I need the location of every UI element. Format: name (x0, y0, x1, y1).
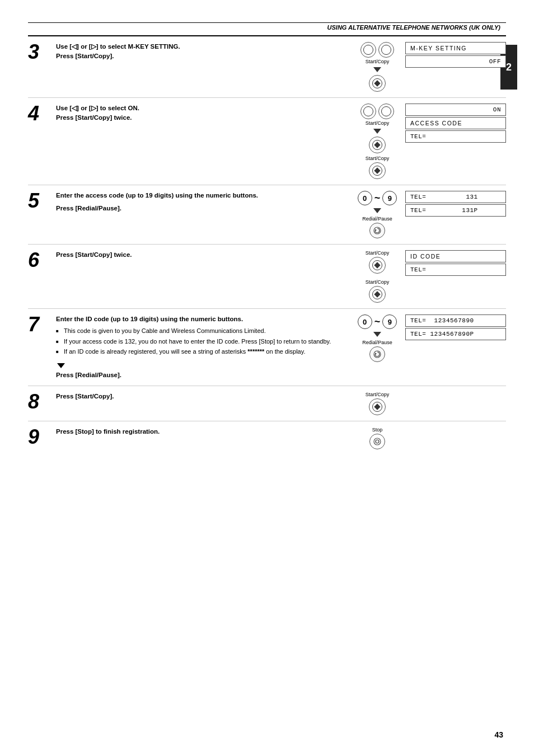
header-rule (28, 22, 506, 23)
startcopy-btn-4a[interactable] (369, 137, 386, 153)
step-3-main: Use [◁] or [▷] to select M-KEY SETTING. (56, 42, 344, 51)
step-8-main: Press [Start/Copy]. (56, 392, 344, 401)
step-7-text: Enter the ID code (up to 19 digits) usin… (56, 314, 349, 380)
display-access-code: ACCESS CODE (405, 117, 506, 129)
step-7-number: 7 (28, 314, 56, 335)
num-nine-7: 9 (382, 314, 397, 329)
arrow-down-3 (373, 67, 381, 72)
mkey-btn-1[interactable] (360, 42, 376, 58)
display-mkey-setting: M-KEY SETTING (405, 42, 506, 54)
display-tel-131: TEL= 131 (405, 191, 506, 203)
step-4-main: Use [◁] or [▷] to select ON. (56, 104, 344, 113)
startcopy-label-4a: Start/Copy (366, 120, 390, 126)
startcopy-diamond-4b (374, 167, 380, 173)
mkey-circle-4-1 (360, 104, 376, 119)
startcopy-circle-3 (369, 75, 386, 92)
step-3-sub: Press [Start/Copy]. (56, 51, 344, 61)
display-off: OFF (405, 55, 506, 68)
startcopy-diamond-4a (374, 142, 380, 148)
step-3-icons: Start/Copy (349, 42, 405, 92)
step-6-row: 6 Press [Start/Copy] twice. Start/Copy S… (28, 245, 506, 309)
startcopy-circle-4a (369, 137, 386, 153)
startcopy-label-3: Start/Copy (366, 59, 390, 64)
step-5-row: 5 Enter the access code (up to 19 digits… (28, 185, 506, 245)
startcopy-btn-8[interactable] (369, 398, 386, 415)
step-9-row: 9 Press [Stop] to finish registration. S… (28, 421, 506, 455)
step-5-displays: TEL= 131 TEL= 131P (405, 191, 506, 217)
bullet-7-3: If an ID code is already registered, you… (56, 347, 344, 356)
display-tel-digitsp: TEL= 1234567890P (405, 328, 506, 340)
mkey-btn-4-1[interactable] (360, 104, 376, 119)
mkey-inner-2 (381, 45, 391, 55)
redial-icon-5 (373, 227, 381, 234)
startcopy-inner-4a (372, 140, 382, 150)
step-3-number: 3 (28, 42, 56, 62)
step-5-main: Enter the access code (up to 19 digits) … (56, 191, 344, 200)
step-9-icons: Stop (349, 427, 405, 449)
redial-btn-5[interactable] (369, 223, 385, 238)
bullet-7-2: If your access code is 132, you do not h… (56, 337, 344, 346)
startcopy-diamond-6b (374, 291, 380, 297)
step-3-displays: M-KEY SETTING OFF (405, 42, 506, 68)
startcopy-btn-3[interactable] (369, 75, 386, 92)
startcopy-diamond-3 (374, 80, 380, 86)
step-4-number: 4 (28, 104, 56, 124)
startcopy-inner-8 (372, 402, 382, 412)
step-7-displays: TEL= 1234567890 TEL= 1234567890P (405, 314, 506, 340)
arrow-down-5 (373, 208, 381, 213)
display-id-code: ID CODE (405, 250, 506, 262)
display-tel-blank-6: TEL= (405, 264, 506, 276)
step-3-row: 3 Use [◁] or [▷] to select M-KEY SETTING… (28, 36, 506, 98)
startcopy-btn-6a[interactable] (369, 257, 386, 274)
mkey-btn-2[interactable] (378, 42, 394, 58)
steps-area: 3 Use [◁] or [▷] to select M-KEY SETTING… (28, 36, 506, 455)
step-3-text: Use [◁] or [▷] to select M-KEY SETTING. … (56, 42, 349, 62)
startcopy-diamond-6a (374, 262, 380, 268)
step-7-main: Enter the ID code (up to 19 digits) usin… (56, 314, 344, 324)
step-7-icons: 0 ~ 9 Redial/Pause (349, 314, 405, 362)
mkey-circle-4-2 (378, 104, 394, 119)
mkey-circle-2 (378, 42, 394, 58)
startcopy-label-4b: Start/Copy (366, 156, 390, 161)
svg-point-5 (376, 440, 379, 443)
step-5-text: Enter the access code (up to 19 digits) … (56, 191, 349, 214)
svg-marker-3 (375, 353, 377, 355)
num-zero: 0 (358, 191, 372, 205)
redial-circle-7 (369, 346, 385, 362)
startcopy-label-6b: Start/Copy (366, 279, 390, 285)
redial-btn-7[interactable] (369, 346, 385, 362)
step-5-sub: Press [Redial/Pause]. (56, 204, 344, 213)
svg-marker-1 (375, 229, 377, 232)
numeric-range-7: 0 ~ 9 (358, 314, 397, 329)
display-tel-digits: TEL= 1234567890 (405, 314, 506, 327)
redial-label-5: Redial/Pause (362, 216, 392, 222)
startcopy-diamond-8 (374, 403, 380, 410)
startcopy-circle-6b (369, 286, 386, 303)
step-7-text-arrow (57, 363, 65, 368)
mkey-inner-4-1 (363, 106, 373, 116)
startcopy-circle-6a (369, 257, 386, 274)
startcopy-btn-4b[interactable] (369, 162, 386, 179)
mkey-circle-1 (360, 42, 376, 58)
display-on: ON (405, 104, 506, 116)
display-tel-131p: TEL= 131P (405, 204, 506, 217)
stop-circle-9 (369, 434, 385, 449)
step-8-icons: Start/Copy (349, 392, 405, 415)
page-number: 43 (494, 730, 503, 739)
mkey-btn-4-2[interactable] (378, 104, 394, 119)
step-4-sub: Press [Start/Copy] twice. (56, 113, 344, 123)
redial-circle-5 (369, 223, 385, 238)
stop-label-9: Stop (372, 427, 383, 433)
arrow-down-4a (373, 129, 381, 134)
redial-label-7: Redial/Pause (362, 340, 392, 345)
mkey-inner-4-2 (381, 106, 391, 116)
stop-btn-9[interactable] (369, 434, 385, 449)
arrow-down-7 (373, 332, 381, 337)
redial-icon-7 (373, 350, 381, 358)
mkey-inner-1 (363, 45, 373, 55)
startcopy-circle-4b (369, 162, 386, 179)
step-9-main: Press [Stop] to finish registration. (56, 427, 344, 436)
startcopy-btn-6b[interactable] (369, 286, 386, 303)
step-6-icons: Start/Copy Start/Copy (349, 250, 405, 303)
step-6-number: 6 (28, 250, 56, 270)
